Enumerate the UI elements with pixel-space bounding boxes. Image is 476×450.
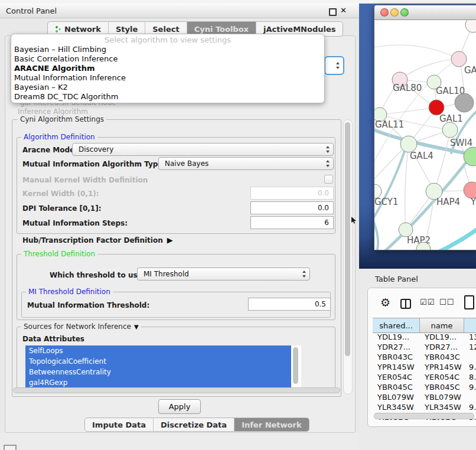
network-edge [439, 227, 476, 250]
network-edge [405, 144, 409, 230]
table-row[interactable]: YPR145WYPR145W9. [373, 363, 476, 373]
manual-kernel-checkbox[interactable] [324, 175, 333, 184]
hub-definition-label: Hub/Transcription Factor Definition [22, 236, 163, 244]
network-node[interactable] [442, 122, 458, 138]
attribute-item[interactable]: gal4RGexp [25, 377, 291, 388]
column-browser-icon[interactable] [400, 299, 411, 309]
algorithm-option[interactable]: ARACNE Algorithm [11, 64, 324, 73]
table-row[interactable]: YDR27...YDR27...12 [373, 343, 476, 353]
table-horizontal-scrollbar[interactable] [374, 413, 474, 419]
algorithm-dropdown-popup: Select algorithm to view settings Bayesi… [11, 34, 325, 103]
sources-legend[interactable]: Sources for Network Inference ▼ [21, 322, 141, 331]
which-threshold-combo[interactable]: MI Threshold [137, 268, 310, 281]
node-label: GAL4 [410, 151, 433, 161]
table-row[interactable]: YBL079WYBL079W [373, 393, 476, 403]
algorithm-option[interactable]: Bayesian – Hill Climbing [11, 45, 324, 54]
network-canvas-svg[interactable]: GALGAL80GAL10GAL1GAL11GAL4SWI4GCY1HAP4YH… [374, 20, 476, 250]
minimize-traffic-light-icon[interactable] [390, 8, 399, 17]
mi-type-label: Mutual Information Algorithm Type: [22, 160, 165, 168]
stepper-icon [336, 62, 340, 69]
select-all-checkboxes-icon[interactable]: ☑☑ [420, 298, 435, 306]
mi-threshold-label: Mutual Information Threshold: [27, 301, 149, 309]
network-node-gal4[interactable] [400, 136, 417, 152]
column-header[interactable]: name [420, 318, 464, 332]
export-table-icon[interactable] [464, 295, 474, 309]
mi-type-value: Naive Bayes [165, 159, 208, 168]
network-edge [374, 45, 459, 59]
aracne-mode-value: Discovery [79, 145, 113, 154]
node-label: GAL [464, 65, 476, 76]
float-window-icon[interactable] [329, 8, 337, 16]
network-node[interactable] [465, 20, 476, 32]
table-row[interactable]: YDL19...YDL19...13 [373, 332, 476, 343]
bottom-tab-impute-data[interactable]: Impute Data [85, 418, 153, 431]
attribute-item[interactable]: BetweennessCentrality [25, 367, 291, 377]
dpi-tolerance-field[interactable]: 0.0 [250, 201, 334, 214]
table-header-row: shared...name [373, 318, 476, 333]
inference-algorithm-ghost-label: Inference Algorithm [18, 107, 88, 116]
algorithm-option[interactable]: Bayesian – K2 [11, 83, 324, 92]
algorithm-dropdown-list: Bayesian – Hill ClimbingBasic Correlatio… [11, 45, 324, 102]
algorithm-option[interactable]: Dream8 DC_TDC Algorithm [11, 92, 324, 102]
sources-legend-text: Sources for Network Inference [24, 322, 131, 331]
data-attributes-label: Data Attributes [22, 335, 84, 343]
node-table-body: YDL19...YDL19...13YDR27...YDR27...12YBR0… [373, 332, 476, 423]
network-view-window[interactable]: GALGAL80GAL10GAL1GAL11GAL4SWI4GCY1HAP4YH… [374, 5, 476, 250]
node-label: GAL80 [393, 83, 422, 93]
attribute-item[interactable]: SelfLoops [25, 345, 291, 356]
hub-definition-expander[interactable]: Hub/Transcription Factor Definition ▶ [22, 236, 173, 244]
stepper-icon [326, 146, 330, 153]
bottom-tab-infer-network[interactable]: Infer Network [234, 418, 308, 431]
attribute-item[interactable]: TopologicalCoefficient [25, 356, 291, 367]
bottom-tab-discretize-data[interactable]: Discretize Data [153, 418, 234, 431]
algorithm-option[interactable]: Mutual Information Inference [11, 73, 324, 83]
network-window-titlebar[interactable] [374, 5, 476, 20]
mi-type-combo[interactable]: Naive Bayes [158, 157, 334, 170]
app-screen: Control Panel ✕ NetworkStyleSelectCyni T… [0, 0, 476, 450]
focused-combo-fragment[interactable] [324, 56, 344, 75]
threshold-definition-legend: Threshold Definition [21, 250, 97, 258]
mi-threshold-field[interactable]: 0.5 [248, 298, 331, 311]
kernel-width-field[interactable]: 0.0 [250, 187, 334, 200]
node-label: Y [470, 197, 476, 207]
dropdown-prompt: Select algorithm to view settings [11, 35, 324, 45]
network-node[interactable] [455, 93, 474, 112]
node-label: GCY1 [374, 197, 399, 207]
network-icon [55, 25, 61, 32]
settings-scrollbar-thumb[interactable] [345, 122, 350, 356]
deselect-all-checkboxes-icon[interactable]: ☐☐ [439, 298, 454, 306]
mi-steps-label: Mutual Information Steps: [22, 219, 128, 227]
network-edge [374, 138, 409, 224]
close-icon[interactable]: ✕ [340, 6, 347, 15]
algorithm-option[interactable]: Basic Correlation Inference [11, 54, 324, 64]
column-header[interactable]: shared... [373, 318, 420, 332]
close-traffic-light-icon[interactable] [380, 8, 389, 17]
table-row[interactable]: YER054CYER054C8. [373, 373, 476, 383]
settings-horizontal-scrollbar[interactable] [13, 387, 340, 393]
node-label: GAL11 [375, 119, 404, 130]
floating-toolbar-fragment[interactable] [4, 445, 17, 450]
column-header[interactable] [464, 318, 476, 332]
attributes-list-scrollbar[interactable] [293, 347, 298, 384]
aracne-mode-label: Aracne Mode: [22, 146, 77, 154]
network-edge [374, 212, 378, 250]
apply-button[interactable]: Apply [158, 399, 201, 414]
data-attributes-list: SelfLoopsTopologicalCoefficientBetweenne… [25, 345, 301, 388]
table-panel-title: Table Panel [375, 275, 418, 283]
stepper-icon [326, 160, 330, 167]
gear-icon[interactable]: ⚙ [380, 296, 390, 309]
zoom-traffic-light-icon[interactable] [400, 8, 409, 17]
network-node-y[interactable] [464, 182, 476, 198]
node-label: SWI4 [450, 138, 472, 148]
which-threshold-value: MI Threshold [144, 270, 189, 278]
table-row[interactable]: YLR345WYLR345W9. [373, 403, 476, 413]
mi-steps-field[interactable]: 6 [250, 216, 334, 229]
table-row[interactable]: YBR045CYBR045C9. [373, 383, 476, 393]
stepper-icon [302, 270, 307, 278]
algorithm-definition-legend: Algorithm Definition [21, 133, 97, 141]
aracne-mode-combo[interactable]: Discovery [72, 143, 334, 156]
network-edge [380, 107, 436, 115]
control-panel-title: Control Panel [6, 6, 57, 15]
table-row[interactable]: YBR043CYBR043C [373, 353, 476, 363]
node-label: HAP4 [436, 197, 460, 207]
